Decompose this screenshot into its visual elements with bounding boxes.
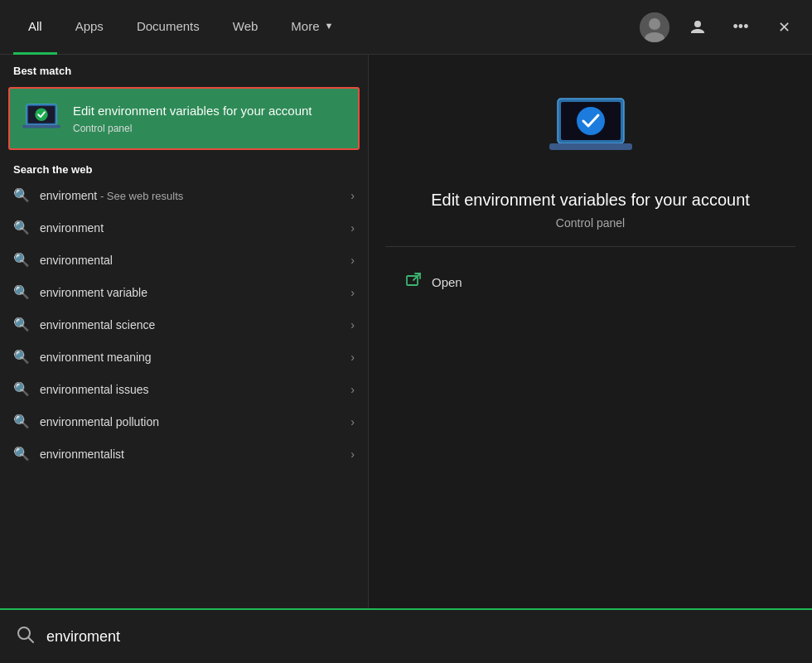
search-bar-icon xyxy=(17,626,35,648)
top-nav: All Apps Documents Web More ▼ xyxy=(0,0,812,55)
open-label: Open xyxy=(432,275,462,289)
search-icon: 🔍 xyxy=(13,446,30,462)
web-search-label: Search the web xyxy=(0,157,368,179)
svg-point-10 xyxy=(577,107,605,135)
search-icon: 🔍 xyxy=(13,381,30,397)
search-icon: 🔍 xyxy=(13,317,30,332)
search-icon: 🔍 xyxy=(13,252,30,268)
chevron-right-icon: › xyxy=(350,351,355,364)
chevron-right-icon: › xyxy=(350,189,355,202)
person-icon-btn[interactable] xyxy=(683,12,713,42)
search-icon: 🔍 xyxy=(13,284,30,300)
right-panel: Edit environment variables for your acco… xyxy=(369,55,812,608)
search-icon: 🔍 xyxy=(13,414,30,429)
nav-right: ••• ✕ xyxy=(640,12,799,42)
tab-web[interactable]: Web xyxy=(218,0,273,55)
open-icon xyxy=(405,272,422,293)
avatar[interactable] xyxy=(640,12,669,42)
chevron-right-icon: › xyxy=(350,254,355,267)
svg-point-1 xyxy=(649,18,660,30)
nav-tabs: All Apps Documents Web More ▼ xyxy=(13,0,640,55)
search-icon: 🔍 xyxy=(13,349,30,365)
chevron-right-icon: › xyxy=(350,318,355,332)
list-item[interactable]: 🔍 environmental issues › xyxy=(0,373,368,405)
best-match-label: Best match xyxy=(0,55,368,84)
detail-title: Edit environment variables for your acco… xyxy=(406,191,775,210)
list-item[interactable]: 🔍 enviroment - See web results › xyxy=(0,179,368,211)
list-item[interactable]: 🔍 environmental › xyxy=(0,244,368,276)
tab-documents[interactable]: Documents xyxy=(122,0,215,55)
best-match-text: Edit environment variables for your acco… xyxy=(73,103,346,134)
search-input[interactable] xyxy=(46,628,795,646)
best-match-item[interactable]: Edit environment variables for your acco… xyxy=(8,87,360,150)
list-item[interactable]: 🔍 environment › xyxy=(0,211,368,244)
list-item[interactable]: 🔍 environment meaning › xyxy=(0,341,368,373)
close-btn[interactable]: ✕ xyxy=(769,12,799,42)
list-item[interactable]: 🔍 environmental pollution › xyxy=(0,405,368,438)
list-item[interactable]: 🔍 environment variable › xyxy=(0,276,368,308)
web-results-list: 🔍 enviroment - See web results › 🔍 envir… xyxy=(0,179,368,470)
search-icon: 🔍 xyxy=(13,220,30,235)
chevron-right-icon: › xyxy=(350,448,355,461)
control-panel-icon xyxy=(22,99,61,138)
detail-app-icon xyxy=(541,88,640,171)
chevron-right-icon: › xyxy=(350,286,355,299)
tab-apps[interactable]: Apps xyxy=(60,0,118,55)
chevron-right-icon: › xyxy=(350,221,355,235)
left-panel: Best match Edit environment variables fo… xyxy=(0,55,369,608)
detail-subtitle: Control panel xyxy=(556,216,625,230)
chevron-down-icon: ▼ xyxy=(325,21,334,31)
svg-line-12 xyxy=(413,273,420,280)
main-area: Best match Edit environment variables fo… xyxy=(0,55,812,608)
chevron-right-icon: › xyxy=(350,415,355,428)
svg-point-6 xyxy=(35,109,47,121)
list-item[interactable]: 🔍 environmental science › xyxy=(0,308,368,341)
chevron-right-icon: › xyxy=(350,383,355,396)
svg-rect-5 xyxy=(22,125,60,128)
list-item[interactable]: 🔍 environmentalist › xyxy=(0,438,368,470)
search-bar xyxy=(0,608,812,663)
divider xyxy=(385,246,795,247)
search-icon: 🔍 xyxy=(13,187,30,203)
svg-rect-9 xyxy=(549,143,632,150)
open-action[interactable]: Open xyxy=(385,264,795,301)
more-options-btn[interactable]: ••• xyxy=(726,12,756,42)
svg-line-14 xyxy=(29,637,34,642)
tab-more[interactable]: More ▼ xyxy=(276,0,348,55)
tab-all[interactable]: All xyxy=(13,0,57,55)
